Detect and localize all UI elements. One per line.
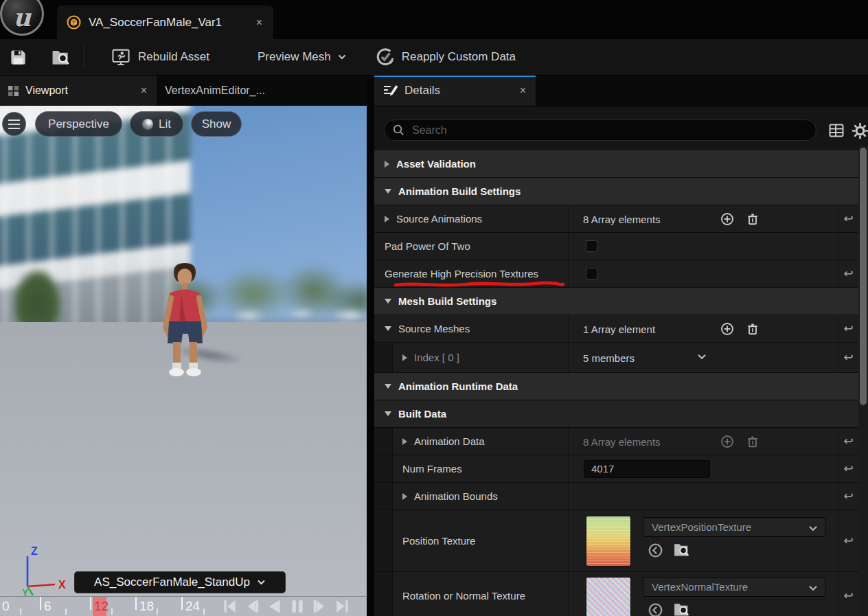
category-animation-build-settings[interactable]: Animation Build Settings [374,178,858,205]
rebuild-asset-icon [111,47,131,67]
asset-tab-close-button[interactable]: × [255,16,264,29]
chevron-down-icon [808,585,818,591]
details-scrollbar[interactable] [858,146,868,616]
tick-label-24: 24 [185,599,200,614]
row-animation-data: Animation Data 8 Array elements [374,428,858,455]
use-selected-asset-button[interactable] [648,602,663,616]
reapply-icon [375,47,395,67]
reset-to-default-button[interactable]: ↩ [843,352,853,363]
folder-search-icon [50,47,71,67]
reset-to-default-button[interactable]: ↩ [843,435,853,447]
tab-details[interactable]: Details × [374,76,536,106]
viewport-tabstrip: Viewport × VertexAnimEditor_... [0,76,367,106]
delete-elements-button[interactable] [746,322,760,336]
normal-texture-thumbnail[interactable] [586,577,631,616]
tab-vertexanimeditor-label: VertexAnimEditor_... [165,84,265,97]
add-element-button[interactable] [720,212,734,226]
viewport-options-menu-button[interactable] [2,112,26,136]
expander-animation-bounds[interactable]: Animation Bounds [374,483,569,510]
tab-viewport[interactable]: Viewport × [0,76,157,106]
timeline-ruler[interactable]: 0 6 12 18 24 [0,596,367,616]
step-back-button[interactable] [243,597,261,615]
expander-source-animations[interactable]: Source Animations [374,205,569,232]
svg-text:Z: Z [31,545,38,557]
add-element-button[interactable] [720,322,734,336]
go-to-start-button[interactable] [220,597,238,615]
row-animation-bounds: Animation Bounds ↩ [374,483,858,510]
category-mesh-build-settings[interactable]: Mesh Build Settings [374,288,858,315]
chevron-down-icon [808,525,818,532]
category-built-data[interactable]: Built Data [374,400,858,428]
reset-to-default-button[interactable]: ↩ [843,590,853,602]
position-texture-thumbnail[interactable] [586,516,631,567]
tick-label-18: 18 [139,599,154,614]
pause-button[interactable] [288,597,306,615]
search-icon [393,124,404,136]
step-forward-button[interactable] [311,597,329,615]
chevron-down-icon[interactable] [697,354,707,360]
reset-to-default-button[interactable]: ↩ [843,268,853,280]
title-bar: u VA_SoccerFanMale_Var1 × [0,0,868,39]
show-menu-button[interactable]: Show [191,111,242,137]
use-selected-asset-button[interactable] [648,543,663,558]
animation-sequence-dropdown[interactable]: AS_SoccerFanMale_StandUp [74,571,286,593]
add-element-button-disabled [720,435,734,448]
panel-divider[interactable] [367,76,374,616]
details-panel: Details × [374,76,868,616]
index-0-members: 5 members [583,352,635,363]
search-field[interactable] [384,119,816,141]
play-reverse-button[interactable] [266,597,284,615]
tab-details-label: Details [404,84,512,98]
property-list: Asset Validation Animation Build Setting… [374,150,858,616]
source-animations-count: 8 Array elements [583,213,661,225]
tab-vertexanimeditor[interactable]: VertexAnimEditor_... [157,76,273,106]
tab-details-close-button[interactable]: × [518,84,527,97]
perspective-button[interactable]: Perspective [35,111,122,137]
viewport-grid-icon [8,86,19,96]
details-pencil-icon [382,83,398,98]
3d-viewport[interactable]: Perspective Lit Show Z X Y AS_SoccerFanM… [0,106,367,616]
browse-to-texture-button[interactable] [672,541,691,558]
asset-cube-icon [67,15,81,30]
display-filter-icon[interactable] [828,122,845,139]
reset-to-default-button[interactable]: ↩ [843,323,853,334]
browse-to-asset-button[interactable] [50,47,71,67]
details-tabstrip: Details × [374,76,868,106]
search-input[interactable] [411,124,808,137]
num-frames-input[interactable]: 4017 [584,460,710,478]
reset-to-default-button[interactable]: ↩ [843,463,853,475]
pad-power-of-two-checkbox[interactable] [586,240,597,252]
source-meshes-count: 1 Array element [583,323,655,334]
generate-high-precision-checkbox[interactable] [586,268,597,280]
expander-source-meshes[interactable]: Source Meshes [374,315,569,342]
animation-data-count: 8 Array elements [583,435,661,447]
settings-gear-icon[interactable] [852,122,868,139]
delete-elements-button[interactable] [746,212,760,226]
expander-index-0[interactable]: Index [ 0 ] [374,343,569,372]
reset-to-default-button[interactable]: ↩ [843,490,853,502]
expander-animation-data[interactable]: Animation Data [374,428,569,455]
asset-editor-tab[interactable]: VA_SoccerFanMale_Var1 × [57,5,273,39]
save-button[interactable] [9,48,27,67]
toolbar-separator [84,45,84,69]
browse-to-texture-button[interactable] [672,601,691,616]
category-asset-validation[interactable]: Asset Validation [374,150,858,178]
save-icon [9,48,27,67]
preview-mesh-label: Preview Mesh [258,50,331,64]
reset-to-default-button[interactable]: ↩ [843,213,853,225]
row-index-0: Index [ 0 ] 5 members ↩ [374,343,858,373]
scrollbar-thumb[interactable] [860,148,867,405]
go-to-end-button[interactable] [334,597,352,615]
position-texture-dropdown[interactable]: VertexPositionTexture [643,517,825,537]
viewport-panel: Viewport × VertexAnimEditor_... [0,76,367,616]
row-source-animations: Source Animations 8 Array elements [374,205,858,233]
normal-texture-dropdown[interactable]: VertexNormalTexture [643,577,825,597]
reapply-custom-data-button[interactable]: Reapply Custom Data [375,47,516,67]
row-generate-high-precision-textures: Generate High Precision Textures ↩ [374,260,858,288]
rebuild-asset-button[interactable]: Rebuild Asset [111,47,209,67]
reset-to-default-button[interactable]: ↩ [843,535,853,547]
preview-mesh-dropdown[interactable]: Preview Mesh [258,50,346,64]
category-animation-runtime-data[interactable]: Animation Runtime Data [374,373,858,400]
tab-viewport-close-button[interactable]: × [139,84,148,97]
lit-mode-button[interactable]: Lit [130,111,183,137]
